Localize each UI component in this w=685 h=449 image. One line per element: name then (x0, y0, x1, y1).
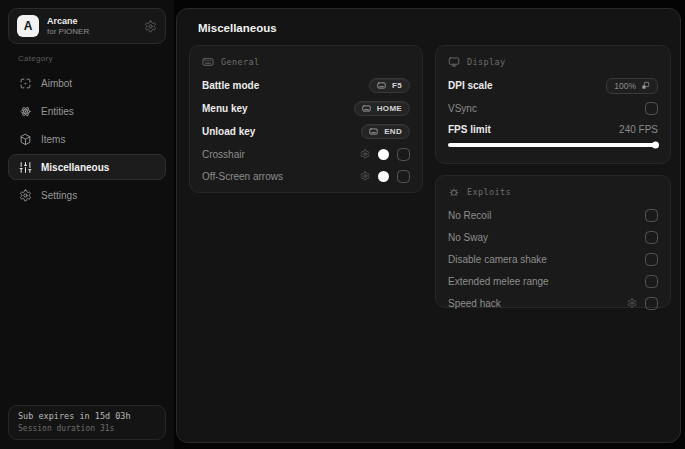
bug-icon (448, 186, 460, 198)
monitor-icon (448, 56, 460, 68)
battle-mode-row: Battle mode F5 (202, 74, 410, 97)
category-label: Category (18, 54, 53, 63)
extended-melee-range-label: Extended melee range (448, 276, 549, 287)
battle-mode-keybind[interactable]: F5 (369, 78, 410, 93)
dpi-scale-row: DPI scale 100% (448, 74, 658, 97)
key-icon (361, 104, 372, 113)
no-sway-checkbox[interactable] (645, 231, 658, 244)
vsync-checkbox[interactable] (645, 102, 658, 115)
general-header-label: General (221, 57, 260, 67)
menu-key-row: Menu key HOME (202, 97, 410, 120)
gear-icon[interactable] (360, 149, 370, 159)
sidebar-item-items[interactable]: Items (8, 126, 166, 152)
sidebar-item-label: Settings (41, 190, 77, 201)
dpi-scale-label: DPI scale (448, 80, 492, 91)
speed-hack-row: Speed hack (448, 292, 658, 314)
key-icon (376, 81, 387, 90)
gear-icon[interactable] (360, 171, 370, 181)
dpi-scale-value: 100% (614, 81, 636, 91)
fps-slider-fill (448, 143, 658, 147)
scale-icon (641, 81, 650, 90)
crosshair-label: Crosshair (202, 149, 245, 160)
app-header-card: A Arcane for PIONER (8, 8, 166, 44)
no-sway-label: No Sway (448, 232, 488, 243)
sliders-icon (19, 161, 32, 174)
vsync-row: VSync (448, 97, 658, 120)
speed-hack-checkbox[interactable] (645, 297, 658, 310)
display-card: Display DPI scale 100% VSync FPS limit 2… (435, 45, 671, 164)
app-names: Arcane for PIONER (47, 16, 136, 36)
sub-expiry-text: Sub expires in 15d 03h (18, 411, 156, 421)
app-logo: A (17, 15, 39, 37)
extended-melee-range-row: Extended melee range (448, 270, 658, 292)
keyboard-icon (202, 56, 214, 68)
key-icon (368, 127, 379, 136)
subscription-card: Sub expires in 15d 03h Session duration … (8, 405, 166, 440)
fps-limit-slider[interactable] (448, 143, 658, 147)
vsync-label: VSync (448, 103, 477, 114)
battle-mode-label: Battle mode (202, 80, 259, 91)
keybind-value: F5 (392, 81, 402, 90)
dpi-scale-select[interactable]: 100% (606, 78, 658, 94)
sidebar-item-label: Aimbot (41, 78, 72, 89)
no-recoil-row: No Recoil (448, 204, 658, 226)
crosshair-color-swatch[interactable] (378, 149, 389, 160)
sidebar-item-miscellaneous[interactable]: Miscellaneous (8, 154, 166, 180)
sidebar-item-aimbot[interactable]: Aimbot (8, 70, 166, 96)
general-card-header: General (202, 54, 410, 70)
gear-icon (19, 189, 32, 202)
app-logo-letter: A (24, 19, 33, 33)
disable-camera-shake-row: Disable camera shake (448, 248, 658, 270)
main-panel: Miscellaneous General Battle mode F5 Men… (176, 8, 681, 443)
sidebar-item-label: Items (41, 134, 65, 145)
speed-hack-label: Speed hack (448, 298, 501, 309)
fps-limit-value: 240 FPS (619, 124, 658, 135)
gear-icon[interactable] (627, 298, 637, 308)
crosshair-checkbox[interactable] (397, 148, 410, 161)
fps-slider-knob[interactable] (652, 142, 659, 149)
page-title: Miscellaneous (198, 22, 277, 34)
no-recoil-label: No Recoil (448, 210, 491, 221)
sidebar-item-label: Entities (41, 106, 74, 117)
atom-icon (19, 105, 32, 118)
offscreen-arrows-checkbox[interactable] (397, 170, 410, 183)
offscreen-arrows-row: Off-Screen arrows (202, 165, 410, 187)
general-card: General Battle mode F5 Menu key HOME Unl… (189, 45, 423, 193)
session-duration-text: Session duration 31s (18, 424, 156, 433)
offscreen-arrows-label: Off-Screen arrows (202, 171, 283, 182)
crosshair-scan-icon (19, 77, 32, 90)
sidebar: A Arcane for PIONER Category Aimbot Enti… (0, 0, 174, 449)
no-recoil-checkbox[interactable] (645, 209, 658, 222)
exploits-header-label: Exploits (467, 187, 511, 197)
extended-melee-range-checkbox[interactable] (645, 275, 658, 288)
sidebar-item-settings[interactable]: Settings (8, 182, 166, 208)
sidebar-item-entities[interactable]: Entities (8, 98, 166, 124)
app-subtitle: for PIONER (47, 27, 136, 37)
fps-limit-label: FPS limit (448, 124, 491, 135)
no-sway-row: No Sway (448, 226, 658, 248)
sidebar-item-label: Miscellaneous (41, 162, 109, 173)
menu-keybind[interactable]: HOME (354, 101, 410, 116)
unload-key-label: Unload key (202, 126, 255, 137)
sidebar-nav: Aimbot Entities Items Miscellaneous Sett… (8, 70, 166, 210)
gear-icon[interactable] (144, 20, 157, 33)
box-icon (19, 133, 32, 146)
exploits-card-header: Exploits (448, 184, 658, 200)
keybind-value: HOME (377, 104, 402, 113)
unload-key-row: Unload key END (202, 120, 410, 143)
app-name: Arcane (47, 16, 136, 27)
offscreen-arrows-color-swatch[interactable] (378, 171, 389, 182)
display-header-label: Display (467, 57, 506, 67)
exploits-card: Exploits No Recoil No Sway Disable camer… (435, 175, 671, 308)
display-card-header: Display (448, 54, 658, 70)
disable-camera-shake-checkbox[interactable] (645, 253, 658, 266)
fps-limit-row: FPS limit 240 FPS (448, 120, 658, 138)
disable-camera-shake-label: Disable camera shake (448, 254, 547, 265)
keybind-value: END (384, 127, 402, 136)
crosshair-row: Crosshair (202, 143, 410, 165)
unload-keybind[interactable]: END (361, 124, 410, 139)
menu-key-label: Menu key (202, 103, 248, 114)
